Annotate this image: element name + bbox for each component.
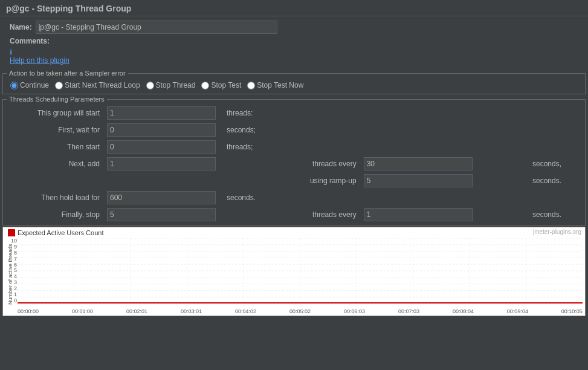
radio-stop-thread[interactable]: Stop Thread xyxy=(146,81,196,89)
param-input-0[interactable] xyxy=(107,106,216,120)
chart-legend: Expected Active Users Count xyxy=(8,229,103,236)
title-bar: p@gc - Stepping Thread Group xyxy=(0,0,588,16)
param-extra-unit-4: seconds. xyxy=(530,172,581,189)
param-extra-label-6: threads every xyxy=(273,206,360,223)
radio-stop-test[interactable]: Stop Test xyxy=(201,81,241,89)
param-input-4b[interactable] xyxy=(364,174,473,187)
x-axis: 00:00:00 00:01:00 00:02:01 00:03:01 00:0… xyxy=(18,308,583,314)
chart-legend-label: Expected Active Users Count xyxy=(18,229,103,236)
help-link[interactable]: Help on this plugin xyxy=(10,56,578,65)
radio-continue[interactable]: Continue xyxy=(10,81,49,89)
threads-section-legend: Threads Scheduling Parameters xyxy=(7,96,107,103)
radio-continue-label: Continue xyxy=(20,81,49,89)
param-label-2: Then start xyxy=(7,138,103,155)
param-row-5: Then hold load for seconds. xyxy=(7,189,581,206)
param-input-6b[interactable] xyxy=(364,208,473,221)
radio-group: Continue Start Next Thread Loop Stop Thr… xyxy=(7,79,581,92)
x-label-6: 00:06:03 xyxy=(344,308,365,314)
radio-next-thread-label: Start Next Thread Loop xyxy=(65,81,140,89)
x-label-3: 00:03:01 xyxy=(181,308,202,314)
param-row-3: Next, add threads every seconds, xyxy=(7,155,581,172)
help-icon: ℹ xyxy=(10,48,12,56)
x-label-0: 00:00:00 xyxy=(18,308,39,314)
param-extra-label-0 xyxy=(273,105,360,122)
radio-stop-thread-label: Stop Thread xyxy=(156,81,196,89)
comments-label: Comments: xyxy=(5,36,583,47)
param-label-6: Finally, stop xyxy=(7,206,103,223)
radio-next-thread[interactable]: Start Next Thread Loop xyxy=(55,81,140,89)
x-label-2: 00:02:01 xyxy=(126,308,147,314)
sampler-error-legend: Action to be taken after a Sampler error xyxy=(7,70,128,77)
param-input-1[interactable] xyxy=(107,123,216,137)
x-label-8: 00:08:04 xyxy=(453,308,474,314)
param-input-5[interactable] xyxy=(107,191,216,204)
x-label-5: 00:05:02 xyxy=(289,308,311,314)
param-unit-1: seconds; xyxy=(224,122,273,138)
x-label-10: 00:10:05 xyxy=(561,308,583,314)
param-extra-unit-6: seconds. xyxy=(530,206,581,223)
params-table: This group will start threads: First, wa… xyxy=(7,105,581,223)
chart-container: Expected Active Users Count jmeter-plugi… xyxy=(2,227,586,316)
param-extra-label-3: threads every xyxy=(273,155,360,172)
param-row-0: This group will start threads: xyxy=(7,105,581,122)
legend-color-box xyxy=(8,229,15,236)
x-label-4: 00:04:02 xyxy=(235,308,256,314)
y-axis-title: Number of active threads xyxy=(7,244,13,305)
radio-stop-test-now-label: Stop Test Now xyxy=(257,81,303,89)
param-row-4: using ramp-up seconds. xyxy=(7,172,581,189)
x-label-9: 00:09:04 xyxy=(507,308,528,314)
chart-svg xyxy=(18,238,583,303)
chart-watermark: jmeter-plugins.org xyxy=(533,229,581,235)
param-row-2: Then start threads; xyxy=(7,138,581,155)
param-unit-0: threads: xyxy=(224,105,273,122)
param-label-3: Next, add xyxy=(7,155,103,172)
param-label-5: Then hold load for xyxy=(7,189,103,206)
name-label: Name: xyxy=(10,23,32,31)
param-row-1: First, wait for seconds; xyxy=(7,122,581,138)
x-label-7: 00:07:03 xyxy=(398,308,419,314)
param-label-1: First, wait for xyxy=(7,122,103,138)
param-row-6: Finally, stop threads every seconds. xyxy=(7,206,581,223)
param-input-cell-0[interactable] xyxy=(103,105,224,122)
x-label-1: 00:01:00 xyxy=(72,308,93,314)
param-input-3b[interactable] xyxy=(364,157,473,170)
radio-stop-test-label: Stop Test xyxy=(211,81,241,89)
name-input[interactable] xyxy=(36,21,277,34)
window-title: p@gc - Stepping Thread Group xyxy=(0,0,588,16)
param-input-3[interactable] xyxy=(107,157,216,170)
param-extra-label-4: using ramp-up xyxy=(273,172,360,189)
param-input-2[interactable] xyxy=(107,140,216,154)
radio-stop-test-now[interactable]: Stop Test Now xyxy=(247,81,303,89)
param-unit-5: seconds. xyxy=(224,189,273,206)
param-extra-unit-3: seconds, xyxy=(530,155,581,172)
param-input-6[interactable] xyxy=(107,208,216,221)
param-unit-2: threads; xyxy=(224,138,273,155)
param-label-0: This group will start xyxy=(7,105,103,122)
